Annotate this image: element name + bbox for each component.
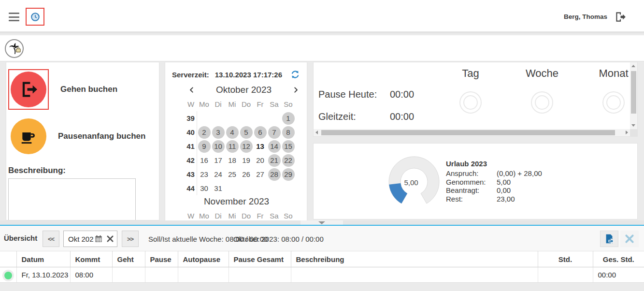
calendar-day[interactable]: 18 [226, 154, 239, 167]
table-row[interactable]: Fr, 13.10.202308:0000:00 [0, 267, 644, 283]
urlaub-row-label: Rest: [446, 195, 497, 204]
column-header: Autopause [178, 251, 229, 267]
calendar-day-header: Sa [270, 212, 278, 220]
export-button[interactable] [600, 231, 618, 247]
logout-icon[interactable] [614, 11, 627, 23]
user-name: Berg, Thomas [564, 13, 607, 20]
calendar-day[interactable]: 11 [226, 140, 239, 153]
calendar-day[interactable]: 2 [198, 126, 211, 139]
hamburger-icon[interactable] [9, 13, 19, 21]
scrollbar-corner [630, 129, 637, 136]
urlaub-title: Urlaub 2023 [446, 160, 542, 168]
horizontal-scrollbar[interactable] [314, 129, 630, 136]
calendar-day[interactable]: 8 [282, 126, 295, 139]
calendar-day[interactable]: 1 [282, 112, 295, 125]
horizontal-scroll-thumb[interactable] [321, 130, 615, 135]
calendar-day[interactable]: 9 [198, 140, 211, 153]
next-period-button[interactable]: >> [122, 231, 139, 247]
calendar-months: Oktober 2023WMoDiMiDoFrSaSo3914023456784… [165, 83, 307, 222]
calendar-day[interactable]: 14 [268, 140, 281, 153]
calendar-day[interactable]: 23 [198, 168, 211, 181]
calendar-day[interactable]: 21 [268, 154, 281, 167]
next-month-button[interactable] [291, 86, 300, 94]
stats-panel: Pause Heute: 00:00 Gleitzeit: 00:00 TagW… [313, 62, 638, 137]
scroll-right-icon[interactable] [626, 131, 628, 134]
calendar-day[interactable]: 25 [226, 168, 239, 181]
calendar-day[interactable]: 4 [226, 126, 239, 139]
book-gehen-label: Gehen buchen [60, 85, 117, 94]
action-toolbar [0, 35, 644, 61]
status-cell [0, 267, 16, 283]
scroll-left-icon[interactable] [315, 131, 318, 134]
calendar-day[interactable]: 15 [282, 140, 295, 153]
scroll-down-icon[interactable] [631, 124, 635, 127]
calendar-week-number: 39 [185, 111, 197, 125]
period-column-woche: Woche [510, 67, 574, 114]
calendar-day[interactable]: 17 [212, 154, 225, 167]
calendar-day[interactable]: 5 [240, 126, 253, 139]
calendar-icon[interactable] [94, 234, 103, 243]
calendar-day[interactable]: 27 [254, 168, 267, 181]
table-cell [229, 267, 291, 283]
calendar-day-header: Mi [229, 212, 236, 220]
description-input[interactable] [8, 178, 136, 220]
urlaub-row-value: 23,00 [497, 195, 515, 204]
pause-heute-label: Pause Heute: [318, 89, 377, 100]
vertical-scrollbar[interactable] [630, 62, 637, 129]
calendar-day[interactable]: 24 [212, 168, 225, 181]
calendar-day[interactable]: 16 [198, 154, 211, 167]
calendar-day[interactable]: 12 [240, 140, 253, 153]
refresh-icon[interactable] [290, 69, 301, 80]
period-input[interactable] [64, 235, 94, 243]
urlaub-row-label: Anspruch: [446, 169, 497, 178]
calendar-day[interactable]: 6 [254, 126, 267, 139]
calendar-day[interactable]: 10 [212, 140, 225, 153]
scroll-up-icon[interactable] [631, 65, 635, 67]
book-pause-button[interactable] [11, 118, 46, 154]
urlaub-gauge: 5,00 [373, 150, 455, 214]
period-column-monat: Monat [581, 67, 638, 114]
calendar-day-header: Mi [229, 100, 236, 108]
status-dot [4, 272, 12, 279]
column-header [0, 251, 16, 267]
close-overview-button[interactable] [620, 231, 639, 247]
calendar-day-header: Di [215, 212, 221, 220]
prev-month-button[interactable] [187, 86, 196, 94]
table-cell [112, 267, 145, 283]
calendar-day-header: W [187, 212, 194, 220]
clock-icon [30, 12, 41, 22]
vertical-scroll-thumb[interactable] [631, 71, 636, 114]
calendar-day[interactable]: 19 [240, 154, 253, 167]
clear-icon[interactable] [106, 234, 114, 243]
column-header: Datum [16, 251, 70, 267]
calendar-day[interactable]: 26 [240, 168, 253, 181]
time-tracking-tab[interactable] [26, 8, 44, 26]
calendar-day[interactable]: 28 [268, 168, 281, 181]
calendar-day-header: So [284, 212, 292, 220]
calendar-month: November 2023WMoDiMiDoFrSaSo4412345 [165, 195, 307, 222]
calendar-day[interactable]: 3 [212, 126, 225, 139]
urlaub-legend-row: Genommen:5,00 [446, 178, 542, 187]
calendar-day-header: So [284, 100, 292, 108]
calendar-day[interactable]: 30 [198, 182, 211, 195]
bookings-table: DatumKommtGehtPauseAutopausePause Gesamt… [0, 251, 644, 283]
calendar-day-header: Mo [199, 212, 209, 220]
calendar-day[interactable]: 29 [282, 168, 295, 181]
top-bar: Berg, Thomas [0, 0, 644, 33]
calendar-day-header: Do [242, 100, 251, 108]
book-gehen-button[interactable] [11, 72, 46, 107]
calendar-day[interactable]: 7 [268, 126, 281, 139]
calendar-day[interactable]: 22 [282, 154, 295, 167]
period-label: Woche [510, 67, 574, 80]
calendar-day[interactable]: 13 [254, 140, 267, 153]
servertime-label: Serverzeit: [172, 71, 209, 79]
calendar-day[interactable]: 20 [254, 154, 267, 167]
vacation-request-button[interactable] [5, 39, 24, 58]
coffee-icon [19, 127, 38, 146]
calendar-day[interactable]: 31 [212, 182, 225, 195]
export-icon [604, 233, 615, 244]
period-gauge-ring [459, 91, 482, 114]
prev-period-button[interactable]: << [43, 231, 59, 247]
collapse-handle[interactable] [301, 220, 343, 225]
overview-section: Übersicht << >> Soll/Ist aktuel [0, 225, 644, 291]
